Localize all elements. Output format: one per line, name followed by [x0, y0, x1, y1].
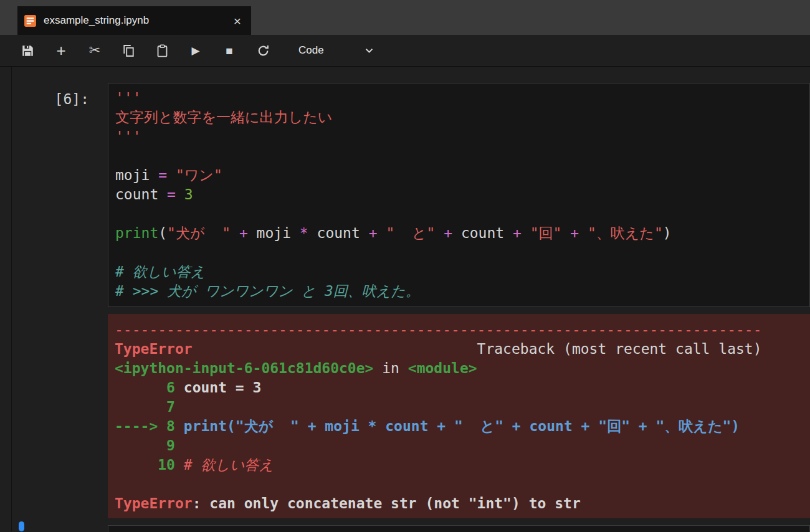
cell-type-dropdown[interactable]: Code [298, 44, 373, 57]
code-line: print("犬が " + moji * count + " と" + coun… [115, 224, 804, 243]
scissors-icon: ✂ [89, 44, 100, 57]
code-line: <ipython-input-6-061c81d60c0e> in <modul… [115, 359, 805, 378]
execution-prompt: [6]: [12, 83, 108, 307]
save-button[interactable] [11, 39, 44, 62]
code-line: moji = "ワン" [115, 166, 804, 185]
copy-cells-button[interactable] [112, 39, 145, 62]
copy-icon [122, 44, 135, 57]
code-line: # >>> 犬が ワンワンワン と 3回、吠えた。 [115, 282, 804, 301]
save-icon [21, 44, 34, 57]
active-cell-indicator[interactable] [19, 521, 24, 531]
run-cell-button[interactable]: ▶ [179, 39, 212, 62]
code-line: TypeError Traceback (most recent call la… [115, 340, 805, 359]
stop-icon: ■ [226, 45, 232, 57]
code-line: # 欲しい答え [115, 262, 804, 282]
interrupt-kernel-button[interactable]: ■ [212, 39, 246, 62]
insert-cell-button[interactable]: + [44, 39, 78, 62]
paste-icon [156, 44, 169, 57]
code-line [115, 204, 804, 224]
code-line: 9 [115, 436, 805, 455]
jupyterlab-window: exsample_string.ipynb × + ✂ [0, 0, 810, 532]
code-line [115, 146, 804, 166]
paste-cells-button[interactable] [145, 39, 179, 62]
code-line: 文字列と数字を一緒に出力したい [115, 108, 804, 127]
code-line: ----> 8 print("犬が " + moji * count + " と… [115, 417, 805, 436]
code-cell: [6]: '''文字列と数字を一緒に出力したい'''moji = "ワン"cou… [12, 67, 810, 307]
code-line [115, 243, 804, 262]
restart-icon [257, 44, 270, 57]
code-line: ----------------------------------------… [115, 320, 805, 340]
notebook-tab[interactable]: exsample_string.ipynb × [17, 6, 251, 35]
code-line: 7 [115, 397, 805, 417]
restart-kernel-button[interactable] [246, 39, 280, 62]
code-line: ''' [115, 88, 804, 108]
plus-icon: + [56, 42, 65, 59]
code-line: 6 count = 3 [115, 378, 805, 397]
code-line: TypeError: can only concatenate str (not… [115, 494, 805, 513]
notebook-toolbar: + ✂ ▶ ■ Co [0, 35, 810, 67]
code-editor[interactable]: '''文字列と数字を一緒に出力したい'''moji = "ワン"count = … [108, 83, 810, 307]
close-icon[interactable]: × [234, 14, 241, 27]
cut-cells-button[interactable]: ✂ [78, 39, 112, 62]
next-cell-editor[interactable] [108, 525, 810, 532]
notebook-content: [6]: '''文字列と数字を一緒に出力したい'''moji = "ワン"cou… [11, 67, 810, 531]
code-line: 10 # 欲しい答え [115, 455, 805, 475]
tab-bar: exsample_string.ipynb × [0, 0, 810, 35]
error-output: ----------------------------------------… [108, 314, 810, 518]
code-line [115, 475, 805, 494]
run-icon: ▶ [191, 45, 199, 56]
code-line: ''' [115, 127, 804, 146]
cell-type-label: Code [298, 44, 324, 57]
chevron-down-icon [365, 48, 373, 54]
code-line: count = 3 [115, 185, 804, 204]
tab-title: exsample_string.ipynb [44, 14, 227, 27]
notebook-file-icon [24, 14, 37, 27]
